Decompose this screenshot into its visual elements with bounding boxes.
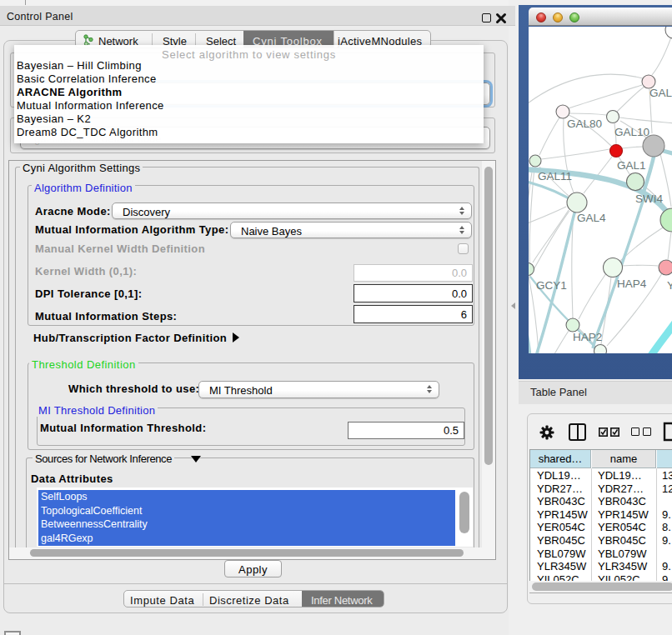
svg-text:GAL1: GAL1 <box>617 159 646 172</box>
svg-text:GAL10: GAL10 <box>614 126 649 138</box>
svg-text:GAL80: GAL80 <box>567 118 602 130</box>
svg-text:GAL11: GAL11 <box>538 170 572 182</box>
svg-text:GAL: GAL <box>649 87 672 99</box>
svg-text:SWI4: SWI4 <box>635 192 663 205</box>
svg-text:HAP4: HAP4 <box>617 278 647 290</box>
svg-text:GCY1: GCY1 <box>536 279 567 292</box>
svg-text:Y: Y <box>667 279 672 292</box>
svg-text:GAL4: GAL4 <box>577 212 606 224</box>
svg-text:HAP2: HAP2 <box>573 331 602 343</box>
